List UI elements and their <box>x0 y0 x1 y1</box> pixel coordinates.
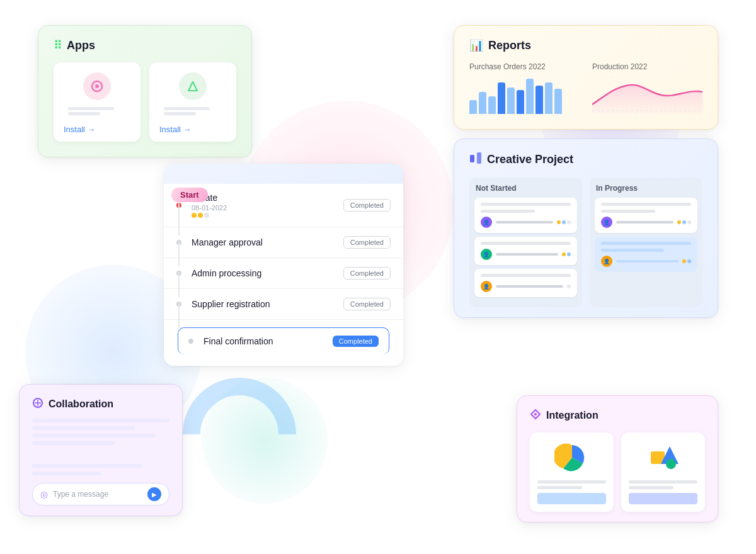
card-line <box>601 210 655 213</box>
pie-chart-icon <box>554 440 590 475</box>
install-button-1[interactable]: Install → <box>61 125 96 134</box>
svg-point-13 <box>666 459 676 469</box>
status-dots <box>562 252 571 256</box>
user-line <box>496 285 563 288</box>
integration-lines-1 <box>537 480 606 504</box>
message-icon: ◎ <box>40 489 48 499</box>
message-input[interactable]: Type a message <box>53 490 142 499</box>
collab-line <box>32 426 135 430</box>
step-content-supplier: Supplier registration <box>192 299 343 309</box>
avatar-orange: 👤 <box>481 281 492 292</box>
kanban-card: 👤 <box>595 198 697 233</box>
step-content-admin: Admin processing <box>192 268 343 278</box>
bar <box>479 92 486 114</box>
step-badge-manager: Completed <box>343 236 391 249</box>
user-line <box>616 260 679 263</box>
avatar-purple: 👤 <box>601 217 612 228</box>
bar-dark <box>498 82 505 114</box>
kanban-columns: Not Started 👤 👤 <box>469 178 702 307</box>
dot-yellow <box>682 259 686 263</box>
star-gold <box>192 213 197 218</box>
workflow-step-manager: Manager approval Completed <box>164 227 403 258</box>
bar <box>469 100 477 114</box>
step-name-manager: Manager approval <box>192 237 343 247</box>
collaboration-card: Collaboration ◎ Type a message ▶ <box>19 384 183 516</box>
integration-items <box>530 432 705 512</box>
avatar-green: 👤 <box>481 249 492 260</box>
collab-line <box>32 434 156 438</box>
workflow-body: Initiate 08-01-2022 Completed Manager ap… <box>164 184 403 366</box>
svg-point-1 <box>95 84 99 88</box>
step-name-initiate: Initiate <box>192 193 343 203</box>
step-name-final: Final confirmation <box>203 336 333 346</box>
status-dots <box>557 220 571 224</box>
workflow-step-admin: Admin processing Completed <box>164 258 403 289</box>
app-icon-circle <box>83 72 111 100</box>
svg-marker-2 <box>188 82 197 91</box>
kanban-col-not-started: Not Started 👤 👤 <box>469 178 582 307</box>
collab-line <box>32 464 142 468</box>
user-line <box>496 221 553 223</box>
kanban-col-in-progress: In Progress 👤 👤 <box>590 178 702 307</box>
integration-icon <box>530 409 541 422</box>
status-dots <box>567 285 571 288</box>
app-lines-1 <box>68 105 125 117</box>
step-dot <box>188 339 193 344</box>
reports-grid: Purchase Orders 2022 Production 2022 <box>469 62 702 116</box>
dot-yellow <box>677 220 681 224</box>
highlight-line <box>601 249 664 252</box>
user-row: 👤 <box>601 256 691 267</box>
bar-dark <box>536 86 543 114</box>
card-line <box>481 242 571 245</box>
int-button[interactable] <box>537 493 606 504</box>
reports-title: 📊 Reports <box>469 38 702 52</box>
step-content-initiate: Initiate 08-01-2022 <box>192 193 343 218</box>
apps-card: ⠿ Apps Install → <box>38 25 252 157</box>
step-date-initiate: 08-01-2022 <box>192 204 343 212</box>
dot-blue <box>687 259 691 263</box>
bar <box>507 88 515 114</box>
integration-icon-area-2 <box>646 440 681 475</box>
app-item-1: Install → <box>54 62 140 142</box>
app-line <box>68 107 114 110</box>
kanban-card: 👤 <box>474 198 577 233</box>
kanban-card-highlight: 👤 <box>595 237 697 272</box>
install-button-2[interactable]: Install → <box>157 125 192 134</box>
user-line <box>496 253 558 256</box>
dot-yellow <box>557 220 561 224</box>
integration-item-2 <box>621 432 705 512</box>
bar-dark <box>517 90 524 114</box>
int-button[interactable] <box>629 493 697 504</box>
bar <box>554 89 562 114</box>
step-stars <box>192 213 343 218</box>
apps-title: ⠿ Apps <box>54 38 236 52</box>
int-line <box>629 486 673 489</box>
card-line <box>481 203 571 206</box>
bar-chart <box>469 76 580 114</box>
bar <box>526 79 534 114</box>
app-line <box>68 112 100 115</box>
svg-point-9 <box>534 413 537 416</box>
app-line <box>164 112 195 115</box>
shapes-icon <box>646 440 681 475</box>
int-line <box>629 480 697 483</box>
send-button[interactable]: ▶ <box>147 487 161 501</box>
reports-card: 📊 Reports Purchase Orders 2022 Productio… <box>454 25 718 130</box>
step-line <box>178 303 180 328</box>
kanban-card: 👤 <box>474 269 577 297</box>
svg-rect-4 <box>470 155 474 162</box>
message-input-row[interactable]: ◎ Type a message ▶ <box>32 483 169 506</box>
collab-line <box>32 419 169 422</box>
bar <box>545 82 553 114</box>
step-badge-supplier: Completed <box>343 298 391 310</box>
kanban-col-title-1: Not Started <box>474 184 577 193</box>
app-lines-2 <box>164 105 221 117</box>
collab-content-lines <box>32 419 169 475</box>
user-row: 👤 <box>481 281 571 292</box>
dot-yellow <box>562 252 566 256</box>
dot-gray <box>567 220 571 224</box>
step-badge-admin: Completed <box>343 267 391 280</box>
creative-icon <box>469 152 482 167</box>
kanban-col-title-2: In Progress <box>595 184 697 193</box>
workflow-header <box>164 164 403 184</box>
